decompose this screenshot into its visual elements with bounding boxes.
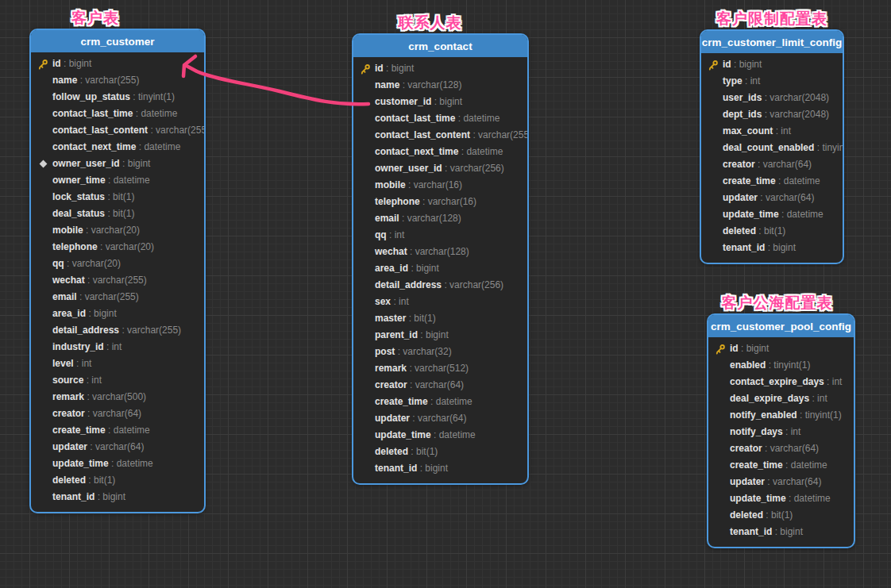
field-row-deleted[interactable]: deleted : bit(1)	[353, 444, 527, 460]
field-row-update_time[interactable]: update_time : datetime	[701, 206, 843, 223]
field-name: creator	[730, 443, 762, 454]
table-body: id : bigint enabled : tinyint(1) contact…	[708, 337, 854, 547]
field-row-creator[interactable]: creator : varchar(64)	[353, 377, 527, 394]
field-row-create_time[interactable]: create_time : datetime	[31, 422, 204, 439]
field-row-qq[interactable]: qq : varchar(20)	[31, 256, 204, 272]
field-name: contact_expire_days	[730, 376, 824, 387]
field-row-deleted[interactable]: deleted : bit(1)	[708, 507, 854, 524]
field-row-max_count[interactable]: max_count : int	[701, 123, 843, 140]
table-crm_contact[interactable]: 联系人表 crm_contact id : bigint name : varc…	[352, 33, 529, 485]
field-row-dept_ids[interactable]: dept_ids : varchar(2048)	[701, 106, 843, 123]
field-row-sex[interactable]: sex : int	[353, 294, 527, 310]
table-header[interactable]: crm_customer	[31, 30, 204, 52]
field-row-notify_days[interactable]: notify_days : int	[708, 424, 854, 440]
table-header[interactable]: crm_customer_limit_config	[701, 31, 843, 53]
field-row-deleted[interactable]: deleted : bit(1)	[31, 472, 204, 489]
field-row-contact_last_content[interactable]: contact_last_content : varchar(255)	[353, 127, 527, 144]
field-row-update_time[interactable]: update_time : datetime	[353, 427, 527, 444]
field-row-lock_status[interactable]: lock_status : bit(1)	[31, 189, 204, 206]
field-row-notify_enabled[interactable]: notify_enabled : tinyint(1)	[708, 407, 854, 424]
field-row-tenant_id[interactable]: tenant_id : bigint	[353, 460, 527, 477]
field-row-create_time[interactable]: create_time : datetime	[701, 173, 843, 190]
field-row-updater[interactable]: updater : varchar(64)	[701, 190, 843, 206]
field-row-name[interactable]: name : varchar(255)	[31, 72, 204, 89]
field-row-creator[interactable]: creator : varchar(64)	[708, 440, 854, 457]
field-row-owner_user_id[interactable]: owner_user_id : bigint	[31, 156, 204, 172]
field-row-id[interactable]: id : bigint	[708, 340, 854, 357]
field-row-telephone[interactable]: telephone : varchar(20)	[31, 239, 204, 256]
field-row-contact_next_time[interactable]: contact_next_time : datetime	[31, 139, 204, 156]
field-row-email[interactable]: email : varchar(255)	[31, 289, 204, 306]
field-row-qq[interactable]: qq : int	[353, 227, 527, 244]
field-row-contact_next_time[interactable]: contact_next_time : datetime	[353, 144, 527, 160]
field-type: : bigint	[122, 158, 150, 169]
table-header[interactable]: crm_contact	[353, 35, 527, 57]
field-row-id[interactable]: id : bigint	[353, 60, 527, 77]
table-label[interactable]: 客户限制配置表	[716, 9, 827, 29]
table-header[interactable]: crm_customer_pool_config	[708, 315, 854, 337]
field-row-enabled[interactable]: enabled : tinyint(1)	[708, 357, 854, 374]
field-row-contact_last_time[interactable]: contact_last_time : datetime	[31, 106, 204, 122]
field-row-wechat[interactable]: wechat : varchar(128)	[353, 244, 527, 260]
field-row-telephone[interactable]: telephone : varchar(16)	[353, 194, 527, 210]
field-name: tenant_id	[375, 463, 417, 474]
field-row-id[interactable]: id : bigint	[31, 56, 204, 72]
table-crm_customer_pool_config[interactable]: 客户公海配置表 crm_customer_pool_config id : bi…	[707, 313, 855, 548]
relation-arrow-crm_contact-to-crm_customer[interactable]	[183, 56, 368, 104]
table-crm_customer[interactable]: 客户表 crm_customer id : bigint name : varc…	[29, 29, 206, 513]
field-row-updater[interactable]: updater : varchar(64)	[353, 410, 527, 427]
field-row-area_id[interactable]: area_id : bigint	[353, 260, 527, 277]
field-row-id[interactable]: id : bigint	[701, 56, 843, 73]
field-row-master[interactable]: master : bit(1)	[353, 310, 527, 327]
field-row-owner_time[interactable]: owner_time : datetime	[31, 172, 204, 189]
field-row-creator[interactable]: creator : varchar(64)	[701, 156, 843, 173]
field-row-tenant_id[interactable]: tenant_id : bigint	[701, 240, 843, 256]
field-row-create_time[interactable]: create_time : datetime	[353, 394, 527, 410]
field-row-mobile[interactable]: mobile : varchar(16)	[353, 177, 527, 194]
table-label[interactable]: 联系人表	[399, 13, 462, 33]
field-row-email[interactable]: email : varchar(128)	[353, 210, 527, 227]
field-row-customer_id[interactable]: customer_id : bigint	[353, 94, 527, 110]
field-row-detail_address[interactable]: detail_address : varchar(255)	[31, 322, 204, 339]
field-row-tenant_id[interactable]: tenant_id : bigint	[708, 524, 854, 540]
table-crm_customer_limit_config[interactable]: 客户限制配置表 crm_customer_limit_config id : b…	[700, 29, 844, 264]
table-label[interactable]: 客户公海配置表	[722, 293, 833, 313]
field-name: id	[52, 58, 61, 69]
field-row-tenant_id[interactable]: tenant_id : bigint	[31, 489, 204, 505]
field-row-wechat[interactable]: wechat : varchar(255)	[31, 272, 204, 289]
field-type: : varchar(64)	[410, 379, 464, 390]
field-row-detail_address[interactable]: detail_address : varchar(256)	[353, 277, 527, 294]
field-row-parent_id[interactable]: parent_id : bigint	[353, 327, 527, 344]
field-row-type[interactable]: type : int	[701, 73, 843, 90]
field-row-follow_up_status[interactable]: follow_up_status : tinyint(1)	[31, 89, 204, 106]
field-row-creator[interactable]: creator : varchar(64)	[31, 405, 204, 422]
field-row-deal_expire_days[interactable]: deal_expire_days : int	[708, 390, 854, 407]
field-row-level[interactable]: level : int	[31, 355, 204, 372]
field-row-deleted[interactable]: deleted : bit(1)	[701, 223, 843, 240]
field-row-update_time[interactable]: update_time : datetime	[31, 455, 204, 472]
field-row-updater[interactable]: updater : varchar(64)	[31, 439, 204, 455]
field-row-contact_last_content[interactable]: contact_last_content : varchar(255)	[31, 122, 204, 139]
field-row-create_time[interactable]: create_time : datetime	[708, 457, 854, 474]
field-row-user_ids[interactable]: user_ids : varchar(2048)	[701, 90, 843, 106]
diagram-canvas[interactable]: 客户表 crm_customer id : bigint name : varc…	[0, 0, 891, 588]
field-type: : int	[87, 375, 102, 386]
field-row-name[interactable]: name : varchar(128)	[353, 77, 527, 94]
field-row-remark[interactable]: remark : varchar(512)	[353, 360, 527, 377]
field-row-deal_status[interactable]: deal_status : bit(1)	[31, 206, 204, 222]
field-row-industry_id[interactable]: industry_id : int	[31, 339, 204, 355]
field-row-mobile[interactable]: mobile : varchar(20)	[31, 222, 204, 239]
field-row-source[interactable]: source : int	[31, 372, 204, 389]
relation-arrow-line[interactable]	[185, 65, 368, 104]
field-row-deal_count_enabled[interactable]: deal_count_enabled : tinyint	[701, 140, 843, 156]
table-body: id : bigint name : varchar(255) follow_u…	[31, 52, 204, 512]
table-label[interactable]: 客户表	[71, 8, 119, 29]
field-row-updater[interactable]: updater : varchar(64)	[708, 474, 854, 490]
field-row-post[interactable]: post : varchar(32)	[353, 344, 527, 360]
field-row-update_time[interactable]: update_time : datetime	[708, 490, 854, 507]
field-row-area_id[interactable]: area_id : bigint	[31, 306, 204, 322]
field-row-owner_user_id[interactable]: owner_user_id : varchar(256)	[353, 160, 527, 177]
field-row-contact_expire_days[interactable]: contact_expire_days : int	[708, 374, 854, 390]
field-row-contact_last_time[interactable]: contact_last_time : datetime	[353, 110, 527, 127]
field-row-remark[interactable]: remark : varchar(500)	[31, 389, 204, 405]
